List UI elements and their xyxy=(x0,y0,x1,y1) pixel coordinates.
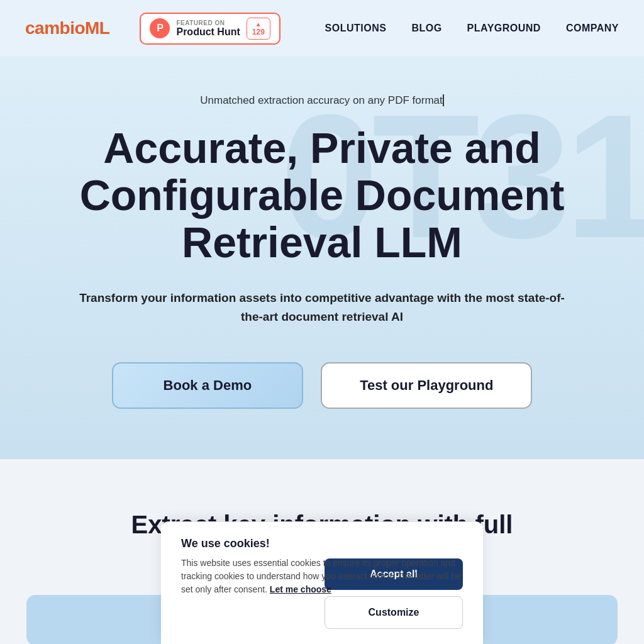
hero-description: Transform your information assets into c… xyxy=(77,289,567,327)
product-hunt-count: ▲ 129 xyxy=(247,18,270,40)
logo-text: cambioML xyxy=(25,18,109,38)
nav-playground[interactable]: PLAYGROUND xyxy=(467,23,541,34)
product-hunt-icon: P xyxy=(150,18,170,38)
product-hunt-featured-label: FEATURED ON xyxy=(176,19,240,26)
cookie-choose-link[interactable]: Let me choose xyxy=(270,584,331,594)
hero-buttons: Book a Demo Test our Playground xyxy=(112,362,533,409)
product-hunt-badge[interactable]: P FEATURED ON Product Hunt ▲ 129 xyxy=(140,13,280,45)
cookie-title: We use cookies! xyxy=(181,537,463,550)
test-playground-button[interactable]: Test our Playground xyxy=(321,362,532,409)
navbar: cambioML P FEATURED ON Product Hunt ▲ 12… xyxy=(0,0,644,57)
customize-button[interactable]: Customize xyxy=(325,596,463,629)
product-hunt-name: Product Hunt xyxy=(176,26,240,38)
nav-links: SOLUTIONS BLOG PLAYGROUND COMPANY xyxy=(325,23,619,34)
product-hunt-number: 129 xyxy=(252,28,265,36)
hero-title: Accurate, Private and Configurable Docum… xyxy=(33,125,611,265)
nav-company[interactable]: COMPANY xyxy=(566,23,619,34)
cookie-banner: We use cookies! This website uses essent… xyxy=(161,521,483,644)
product-hunt-text: FEATURED ON Product Hunt xyxy=(176,19,240,38)
logo-ml: ML xyxy=(85,18,109,38)
nav-blog[interactable]: BLOG xyxy=(411,23,441,34)
logo[interactable]: cambioML xyxy=(25,18,109,38)
hero-section: 0T31 Unmatched extraction accuracy on an… xyxy=(0,57,644,459)
nav-solutions[interactable]: SOLUTIONS xyxy=(325,23,387,34)
product-hunt-arrow: ▲ xyxy=(255,21,262,28)
book-demo-button[interactable]: Book a Demo xyxy=(112,362,304,409)
logo-cambio: cambio xyxy=(25,18,85,38)
